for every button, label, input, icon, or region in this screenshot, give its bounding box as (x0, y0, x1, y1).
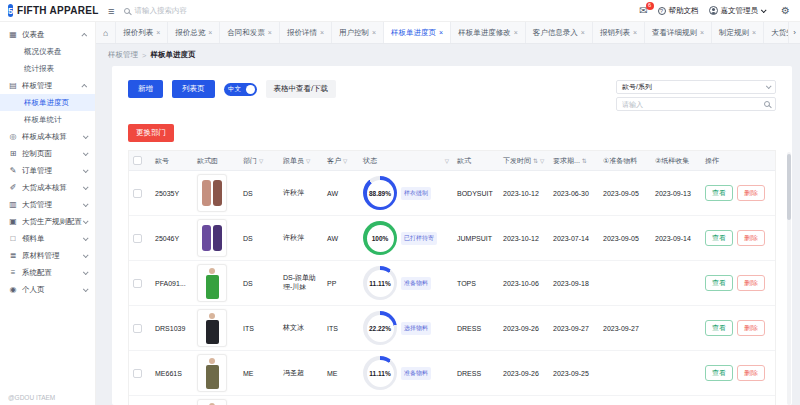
tab-制定规则[interactable]: 制定规则× (712, 22, 764, 43)
sidebar-item-订单管理[interactable]: ✎订单管理 (0, 162, 95, 179)
language-toggle[interactable]: 中文 (224, 83, 257, 96)
style-image[interactable] (197, 399, 227, 405)
view-button[interactable]: 查看 (705, 185, 733, 201)
sidebar-item-系统配置[interactable]: ≡系统配置 (0, 264, 95, 281)
sidebar-item-控制页面[interactable]: ⊞控制页面 (0, 145, 95, 162)
change-department-button[interactable]: 更换部门 (128, 124, 174, 142)
sidebar-item-样板单进度页[interactable]: 样板单进度页 (0, 94, 95, 111)
row-checkbox[interactable] (133, 189, 142, 198)
user-menu[interactable]: 嘉文管理员 (709, 6, 766, 16)
filter-icon[interactable]: ▽ (343, 158, 347, 164)
sidebar-item-样板单统计[interactable]: 样板单统计 (0, 111, 95, 128)
close-icon[interactable]: × (752, 29, 756, 36)
sidebar-item-个人页[interactable]: ◉个人页 (0, 281, 95, 298)
close-icon[interactable]: × (372, 29, 376, 36)
table-search-input[interactable] (622, 101, 764, 108)
sidebar-item-领料单[interactable]: □领料单 (0, 230, 95, 247)
sidebar-item-样板管理[interactable]: ▤样板管理 (0, 77, 95, 94)
vertical-scrollbar[interactable] (787, 152, 791, 405)
row-checkbox[interactable] (133, 324, 142, 333)
sidebar-item-大货生产规则配置[interactable]: ▣大货生产规则配置 (0, 213, 95, 230)
sidebar-item-样板成本核算[interactable]: ◎样板成本核算 (0, 128, 95, 145)
tab-用户控制[interactable]: 用户控制× (332, 22, 384, 43)
sidebar-item-统计报表[interactable]: 统计报表 (0, 60, 95, 77)
add-button[interactable]: 新增 (128, 80, 163, 98)
style-image[interactable] (197, 354, 227, 392)
style-series-select[interactable]: 款号/系列 (616, 80, 776, 94)
mail-icon[interactable]: ✉ 6 (639, 6, 647, 16)
step2-date-cell (651, 306, 701, 350)
close-icon[interactable]: × (208, 29, 212, 36)
delete-button[interactable]: 删除 (737, 365, 765, 381)
delete-button[interactable]: 删除 (737, 320, 765, 336)
sidebar-item-大货成本核算[interactable]: ✐大货成本核算 (0, 179, 95, 196)
issue-date-cell: 2023-10-06 (499, 261, 549, 305)
close-icon[interactable]: × (156, 29, 160, 36)
breadcrumb-parent[interactable]: 样板管理 (108, 50, 138, 60)
actions-cell (701, 396, 775, 405)
row-checkbox[interactable] (133, 279, 142, 288)
tabs-overflow-arrow[interactable]: › (788, 22, 800, 43)
gear-icon[interactable]: ⚙ (781, 5, 790, 16)
tab-报价总览[interactable]: 报价总览× (168, 22, 220, 43)
status-badge: 样衣缝制 (401, 187, 431, 200)
view-button[interactable]: 查看 (705, 320, 733, 336)
filter-icon[interactable]: ▽ (306, 158, 310, 164)
close-icon[interactable]: × (439, 29, 443, 36)
row-checkbox[interactable] (133, 234, 142, 243)
sidebar-item-仪表盘[interactable]: ▦仪表盘 (0, 26, 95, 43)
hamburger-menu-icon[interactable]: ≡ (108, 5, 114, 17)
chevron-down-icon (83, 252, 89, 258)
sidebar-item-label: 领料单 (22, 234, 45, 244)
col-跟单员: 跟单员▽ (279, 151, 323, 170)
tab-样板单进度页[interactable]: 样板单进度页× (384, 22, 451, 43)
close-icon[interactable]: × (514, 29, 518, 36)
bank-icon: ≣ (8, 251, 18, 260)
row-checkbox[interactable] (133, 369, 142, 378)
checkbox-cell (129, 171, 151, 215)
close-icon[interactable]: × (320, 29, 324, 36)
select-all-cell (129, 151, 151, 170)
step1-date-cell: 2023-09-05 (599, 171, 651, 215)
view-button[interactable]: 查看 (705, 365, 733, 381)
sidebar-item-概况仪表盘[interactable]: 概况仪表盘 (0, 43, 95, 60)
filter-icon[interactable]: ▽ (540, 158, 544, 164)
sidebar-item-label: 原材料管理 (22, 251, 60, 261)
tab-样板单进度修改[interactable]: 样板单进度修改× (451, 22, 526, 43)
delete-button[interactable]: 删除 (737, 275, 765, 291)
tab-报销列表[interactable]: 报销列表× (593, 22, 645, 43)
help-doc-link[interactable]: ? 帮助文档 (658, 6, 699, 16)
global-search-input[interactable] (134, 6, 224, 15)
delete-button[interactable]: 删除 (737, 185, 765, 201)
style-image[interactable] (197, 264, 227, 302)
close-icon[interactable]: × (633, 29, 637, 36)
style-image[interactable] (197, 309, 227, 347)
list-view-button[interactable]: 列表页 (172, 80, 215, 98)
filter-icon[interactable]: ▽ (259, 158, 263, 164)
sidebar-item-原材料管理[interactable]: ≣原材料管理 (0, 247, 95, 264)
close-icon[interactable]: × (581, 29, 585, 36)
col-label: 款号 (155, 156, 169, 166)
close-icon[interactable]: × (700, 29, 704, 36)
sort-icon[interactable]: ⇅ (533, 157, 538, 164)
style-image[interactable] (197, 219, 227, 257)
tab-客户信息录入[interactable]: 客户信息录入× (526, 22, 593, 43)
home-tab[interactable]: ⌂ (96, 22, 116, 43)
sort-icon[interactable]: ⇅ (582, 157, 587, 164)
view-button[interactable]: 查看 (705, 230, 733, 246)
view-button[interactable]: 查看 (705, 275, 733, 291)
style-image[interactable] (197, 174, 227, 212)
view-download-button[interactable]: 表格中查看/下载 (266, 80, 337, 98)
close-icon[interactable]: × (268, 29, 272, 36)
select-all-checkbox[interactable] (133, 156, 142, 165)
dept-cell (239, 396, 279, 405)
tab-报价列表[interactable]: 报价列表× (116, 22, 168, 43)
delete-button[interactable]: 删除 (737, 230, 765, 246)
sidebar-item-大货管理[interactable]: ▥大货管理 (0, 196, 95, 213)
tab-合同和发票[interactable]: 合同和发票× (220, 22, 280, 43)
tab-查看详细规则[interactable]: 查看详细规则× (645, 22, 712, 43)
filter-icon[interactable]: ▽ (445, 158, 449, 164)
col-label: 款式图 (197, 156, 218, 166)
scrollbar-thumb[interactable] (787, 154, 791, 220)
tab-报价详情[interactable]: 报价详情× (280, 22, 332, 43)
